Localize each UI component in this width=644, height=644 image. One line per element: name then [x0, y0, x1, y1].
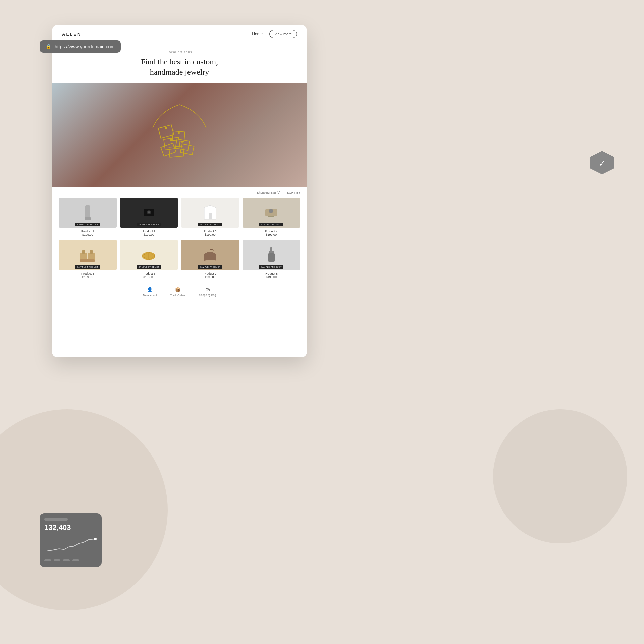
product-card-6[interactable]: SAMPLE PRODUCT Product 6 $199.00: [120, 240, 178, 279]
analytics-chart: [44, 535, 97, 555]
product-label-7: SAMPLE PRODUCT: [198, 265, 222, 269]
hero-title-line2: handmade jewelry: [150, 68, 209, 76]
product-price-1: $199.00: [59, 233, 117, 236]
analytics-card: 132,403: [40, 513, 102, 567]
product-price-4: $199.00: [243, 233, 301, 236]
product-name-1: Product 1: [59, 230, 117, 233]
svg-rect-26: [80, 259, 95, 262]
product-card-3[interactable]: SAMPLE PRODUCT Product 3 $199.00: [181, 198, 239, 236]
svg-point-11: [181, 141, 183, 143]
shopping-bag-label: Shopping Bag (0): [257, 191, 280, 194]
product-price-3: $199.00: [181, 233, 239, 236]
site-logo: ALLEN: [62, 32, 82, 37]
bg-shape-left: [0, 409, 168, 610]
orders-label: Track Orders: [170, 294, 185, 297]
analytics-dots: [44, 559, 97, 561]
orders-icon: 📦: [175, 287, 181, 293]
bag-icon: 🛍: [205, 287, 210, 292]
jewelry-visual: [52, 83, 307, 187]
product-label-4: SAMPLE PRODUCT: [259, 223, 283, 226]
product-card-8[interactable]: SAMPLE PRODUCT Product 8 $199.00: [243, 240, 301, 279]
product-label-8: SAMPLE PRODUCT: [259, 265, 283, 269]
product-card-4[interactable]: SAMPLE PRODUCT Product 4 $199.00: [243, 198, 301, 236]
lock-icon: 🔒: [46, 44, 51, 49]
url-text: https://www.yourdomain.com: [55, 44, 115, 49]
product-card-1[interactable]: SAMPLE PRODUCT Product 1 $199.00: [59, 198, 117, 236]
product-label-6: SAMPLE PRODUCT: [137, 265, 161, 269]
svg-point-16: [148, 211, 150, 213]
products-section: Shopping Bag (0) SORT BY SAMPLE PRODUCT …: [52, 187, 307, 283]
view-more-button[interactable]: View more: [269, 30, 297, 38]
product-card-5[interactable]: SAMPLE PRODUCT Product 5 $199.00: [59, 240, 117, 279]
sort-label[interactable]: SORT BY: [287, 191, 300, 194]
bottom-nav-bag[interactable]: 🛍 Shopping Bag: [199, 287, 216, 297]
svg-point-0: [94, 538, 97, 540]
svg-rect-13: [85, 217, 91, 220]
product-name-7: Product 7: [181, 272, 239, 275]
bag-label: Shopping Bag: [199, 293, 216, 297]
hero-title-line1: Find the best in custom,: [141, 57, 218, 66]
svg-rect-12: [85, 205, 90, 219]
account-label: My Account: [143, 294, 157, 297]
svg-point-32: [269, 251, 274, 253]
product-name-6: Product 6: [120, 272, 178, 275]
svg-point-10: [170, 139, 172, 141]
product-img-3: SAMPLE PRODUCT: [181, 198, 239, 228]
svg-rect-18: [209, 213, 212, 219]
svg-point-8: [165, 127, 167, 129]
product-name-2: Product 2: [120, 230, 178, 233]
product-price-7: $199.00: [181, 275, 239, 279]
svg-rect-24: [82, 250, 85, 254]
product-label-5: SAMPLE PRODUCT: [75, 265, 100, 269]
bg-shape-right: [493, 409, 627, 543]
product-price-6: $199.00: [120, 275, 178, 279]
hero-title: Find the best in custom, handmade jewelr…: [59, 57, 300, 77]
svg-rect-25: [90, 250, 93, 254]
product-name-3: Product 3: [181, 230, 239, 233]
account-icon: 👤: [147, 287, 153, 293]
svg-point-20: [269, 209, 273, 213]
product-label-3: SAMPLE PRODUCT: [198, 223, 222, 226]
product-price-8: $199.00: [243, 275, 301, 279]
product-img-4: SAMPLE PRODUCT: [243, 198, 301, 228]
products-header: Shopping Bag (0) SORT BY: [59, 191, 300, 194]
product-price-5: $199.00: [59, 275, 117, 279]
product-img-2: SAMPLE PRODUCT: [120, 198, 178, 228]
products-grid: SAMPLE PRODUCT Product 1 $199.00 SAMPLE …: [59, 198, 300, 279]
bottom-nav: 👤 My Account 📦 Track Orders 🛍 Shopping B…: [52, 283, 307, 301]
product-price-2: $199.00: [120, 233, 178, 236]
bottom-nav-account[interactable]: 👤 My Account: [143, 287, 157, 297]
bottom-nav-orders[interactable]: 📦 Track Orders: [170, 287, 185, 297]
product-name-5: Product 5: [59, 272, 117, 275]
url-bar[interactable]: 🔒 https://www.yourdomain.com: [40, 40, 121, 53]
nav-home[interactable]: Home: [252, 32, 263, 36]
security-badge: ✓: [590, 151, 614, 174]
product-img-5: SAMPLE PRODUCT: [59, 240, 117, 270]
analytics-number: 132,403: [44, 523, 97, 532]
product-img-7: SAMPLE PRODUCT: [181, 240, 239, 270]
hero-image: [52, 83, 307, 187]
nav-links: Home View more: [252, 30, 297, 38]
product-img-6: SAMPLE PRODUCT: [120, 240, 178, 270]
product-card-2[interactable]: SAMPLE PRODUCT Product 2 $199.00: [120, 198, 178, 236]
product-name-8: Product 8: [243, 272, 301, 275]
check-icon: ✓: [599, 159, 605, 168]
svg-rect-1: [158, 125, 174, 138]
product-img-1: SAMPLE PRODUCT: [59, 198, 117, 228]
svg-point-9: [178, 132, 180, 134]
product-name-4: Product 4: [243, 230, 301, 233]
product-card-7[interactable]: SAMPLE PRODUCT Product 7 $199.00: [181, 240, 239, 279]
product-img-8: SAMPLE PRODUCT: [243, 240, 301, 270]
browser-frame: ALLEN Home View more Local artisans Find…: [52, 25, 307, 357]
product-label-2: SAMPLE PRODUCT: [137, 223, 161, 226]
analytics-bar: [44, 518, 68, 521]
product-label-1: SAMPLE PRODUCT: [75, 223, 100, 226]
svg-rect-21: [268, 216, 274, 217]
jewelry-svg: [132, 101, 226, 168]
